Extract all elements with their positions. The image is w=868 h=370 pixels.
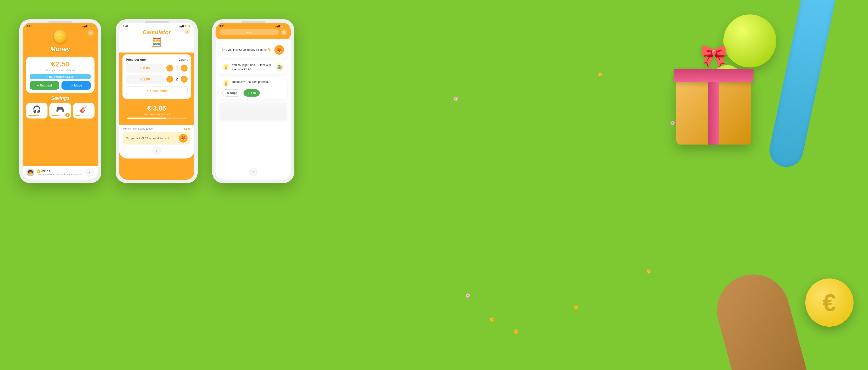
counter-plus-1[interactable]: + <box>181 65 188 72</box>
phone-money-screen: 9:41 ▂▄▆ 📶 🔋 ✕ ⭐ Money €2.50 Money I can… <box>23 23 98 180</box>
lightbulb-icon-2: 💡 <box>222 80 229 87</box>
phone-money: 9:41 ▂▄▆ 📶 🔋 ✕ ⭐ Money €2.50 Money I can… <box>19 19 101 183</box>
alert-text: Oh, you lack €1.35 to buy all items 👇 <box>222 48 272 52</box>
savings-section: Savings 🎧 🎮 + <box>23 95 98 119</box>
guitar-icon: 🎸 <box>80 105 88 113</box>
nope-button[interactable]: ✕ Nope <box>222 89 242 97</box>
flower-decoration: 🌼 <box>574 305 579 310</box>
counter-value-1: 1 <box>175 66 179 70</box>
warning-icon: 🦊 <box>179 134 188 143</box>
bottom-title: LEGO - Adventures with Mario Starter Cou… <box>37 173 83 176</box>
nav-arrow[interactable]: ‹ <box>85 168 94 177</box>
calculator-title: Calculator <box>124 29 189 36</box>
close-button[interactable]: ✕ <box>281 29 287 35</box>
price-input-1[interactable]: € 0.05 <box>126 64 164 72</box>
status-icons: ▂▄▆ 📶 🔋 <box>179 25 190 27</box>
signal-icon: ▂▄▆ <box>83 25 87 27</box>
wifi-icon: 📶 <box>281 25 283 27</box>
signal-icon: ▂▄▆ <box>275 25 280 27</box>
lightbulb-icon-1: 💡 <box>222 64 229 71</box>
total-balance-bar: Total balance: €12.00 <box>30 74 91 79</box>
signal-icon: ▂▄▆ <box>179 25 184 27</box>
one-more-button[interactable]: + + One more <box>126 86 188 95</box>
action-buttons: + Request → Move <box>30 81 91 90</box>
phone-bottom: 🧒 ⭐ €35.14 LEGO - Adventures with Mario … <box>23 166 98 180</box>
gift-box-decoration: 🎀 <box>668 43 760 144</box>
total-amount: € 3.85 <box>127 105 186 112</box>
bottom-price: ⭐ €35.14 <box>37 169 83 173</box>
savings-title: Savings <box>26 95 94 101</box>
warning-box: Oh, you lack €1.35 to buy all items 👇 🦊 <box>123 132 190 144</box>
warning-text: Oh, you lack €1.35 to buy all items 👇 <box>126 137 177 140</box>
counter-group-1: − 1 + <box>166 65 188 72</box>
request-text: Request €1.35 from parents? <box>232 80 269 84</box>
bottom-info: ⭐ €35.14 LEGO - Adventures with Mario St… <box>37 169 83 176</box>
counter-minus-1[interactable]: − <box>166 65 173 72</box>
counter-minus-2[interactable]: − <box>166 76 173 82</box>
nav-arrow[interactable]: ‹ <box>249 168 257 176</box>
balance-label: Money I can spend today <box>30 69 91 72</box>
battery-icon: 🔋 <box>188 25 190 27</box>
blurred-content <box>219 102 287 121</box>
suggestion-text-1: You could put back 1 item with the price… <box>232 63 273 72</box>
close-button[interactable]: ✕ <box>88 30 94 36</box>
savings-item-headphones[interactable]: 🎧 <box>26 103 48 119</box>
status-time: 9:41 <box>219 25 225 28</box>
count-label: Count <box>179 58 188 61</box>
spend-value: €2.50 <box>184 127 190 130</box>
status-time: 9:41 <box>27 25 32 28</box>
status-bar: 9:41 ▂▄▆ 📶 🔋 <box>119 24 194 28</box>
calculator-icon: 🧮 <box>124 37 189 47</box>
headphones-icon: 🎧 <box>33 105 41 113</box>
price-input-2[interactable]: € 1.90 <box>126 75 164 83</box>
savings-item-guitar[interactable]: 🎸 <box>73 103 94 119</box>
spend-label: Money I can spend today <box>123 127 153 130</box>
savings-items: 🎧 🎮 + 🎸 <box>26 103 94 119</box>
counter-group-2: − 2 + <box>166 76 188 82</box>
balance-amount: €2.50 <box>30 60 91 68</box>
price-per-one-label: Price per one <box>126 58 146 61</box>
phone-calculator-screen: 9:41 ▂▄▆ 📶 🔋 ✕ Calculator 🧮 Price per on… <box>119 23 194 180</box>
euro-coin-decoration: € <box>805 278 854 327</box>
phones-container: 9:41 ▂▄▆ 📶 🔋 ✕ ⭐ Money €2.50 Money I can… <box>19 19 294 183</box>
phone-notch <box>241 21 265 23</box>
flower-decoration: 🌸 <box>465 293 470 298</box>
nope-x-icon: ✕ <box>227 91 229 95</box>
yes-check-icon: ✓ <box>247 91 250 95</box>
savings-progress-fill <box>52 115 59 116</box>
suggestions-title-bar: ●●● <box>219 29 279 35</box>
request-button[interactable]: + Request <box>30 81 59 90</box>
calc-column-headers: Price per one Count <box>126 58 188 61</box>
close-button[interactable]: ✕ <box>184 29 190 35</box>
calc-nav: ‹ <box>123 146 190 155</box>
suggestions-footer: ‹ <box>216 168 291 176</box>
river-decoration <box>766 0 839 170</box>
gamepad-icon: 🎮 <box>56 105 64 113</box>
add-badge[interactable]: + <box>65 113 70 117</box>
savings-item-gamepad[interactable]: 🎮 + <box>50 103 71 119</box>
calc-item-row-1: € 0.05 − 1 + <box>126 64 188 72</box>
request-card: 💡 Request €1.35 from parents? ✕ Nope ✓ Y… <box>219 77 287 99</box>
calc-item-row-2: € 1.90 − 2 + <box>126 75 188 83</box>
move-button[interactable]: → Move <box>61 81 91 90</box>
nav-arrow[interactable]: ‹ <box>152 146 161 155</box>
status-icons: ▂▄▆ 📶 🔋 <box>83 25 94 27</box>
money-title: Money <box>28 45 93 53</box>
counter-plus-2[interactable]: + <box>181 76 188 82</box>
calc-footer: Money I can spend today €2.50 Oh, you la… <box>119 125 194 159</box>
battery-icon: 🔋 <box>91 25 94 27</box>
coin-icon: ⭐ <box>54 30 67 43</box>
savings-progress-fill <box>75 115 80 116</box>
phone-calculator: 9:41 ▂▄▆ 📶 🔋 ✕ Calculator 🧮 Price per on… <box>116 19 198 183</box>
avatar: 🧒 <box>27 169 34 176</box>
phone-suggestions: 9:41 ▂▄▆ 📶 🔋 ●●● ✕ Oh, you lack €1.35 to… <box>212 19 294 183</box>
status-icons: ▂▄▆ 📶 🔋 <box>275 25 287 27</box>
status-time: 9:41 <box>123 25 128 28</box>
spend-info: Money I can spend today €2.50 <box>123 127 190 130</box>
battery-icon: 🔋 <box>284 25 287 27</box>
total-progress <box>127 117 186 119</box>
yes-button[interactable]: ✓ Yes <box>244 89 260 97</box>
fox-icon: 🦊 <box>274 45 284 55</box>
phone-notch <box>48 21 72 23</box>
balance-card: €2.50 Money I can spend today Total bala… <box>26 57 94 93</box>
